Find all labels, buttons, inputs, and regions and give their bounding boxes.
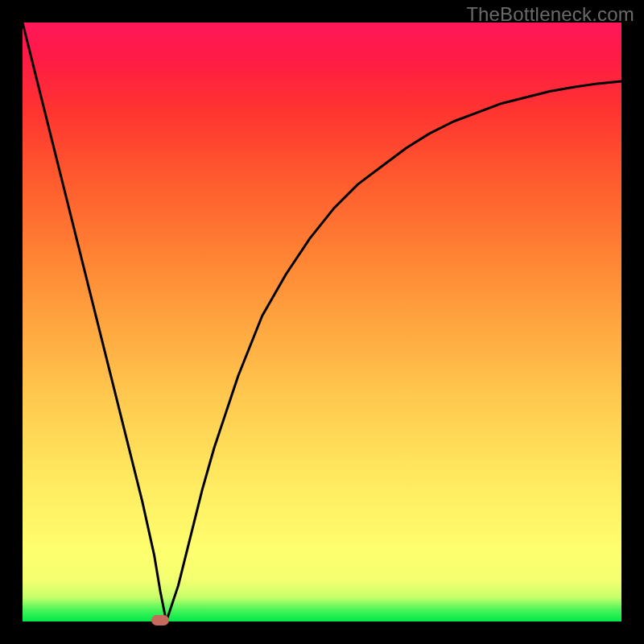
chart-curve-svg <box>23 23 621 621</box>
chart-plot-area <box>23 23 621 621</box>
image-frame: TheBottleneck.com <box>0 0 644 644</box>
min-point-marker <box>151 615 169 625</box>
watermark-text: TheBottleneck.com <box>466 3 634 26</box>
curve-path <box>23 23 621 621</box>
